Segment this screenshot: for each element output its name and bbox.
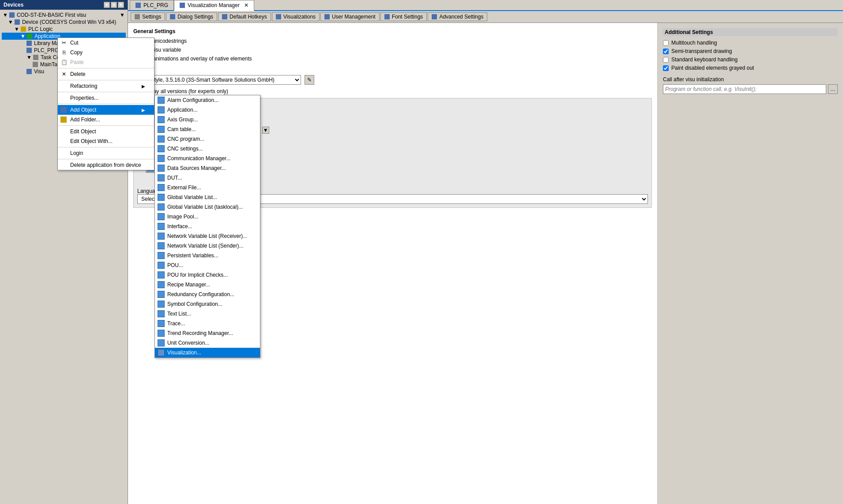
panel-toolbar: Settings Dialog Settings Default Hotkeys… <box>128 11 843 23</box>
sub-datasrc[interactable]: Data Sources Manager... <box>155 163 260 173</box>
sidebar-pin-btn[interactable]: # <box>111 2 117 8</box>
menu-edit-object-with[interactable]: Edit Object With... <box>58 136 154 146</box>
sub-nvlr[interactable]: Network Variable List (Receiver)... <box>155 231 260 241</box>
refactoring-arrow: ▶ <box>142 84 145 89</box>
task-icon <box>33 55 38 60</box>
datasrc-sub-icon <box>158 165 165 172</box>
visu-tree-icon <box>26 69 32 74</box>
textlist-label: Text List... <box>167 311 191 317</box>
style-select[interactable]: Basic style, 3.5.16.0 (3S-Smart Software… <box>133 75 301 85</box>
call-browse-btn[interactable]: … <box>828 84 838 94</box>
sidebar-close-btn[interactable]: ✕ <box>118 2 124 8</box>
multitouch-checkbox[interactable] <box>663 40 669 46</box>
add-folder-label: Add Folder... <box>70 117 100 123</box>
paintdisabled-checkbox[interactable] <box>663 65 669 71</box>
expand-arrow-plclogic: ▼ <box>14 26 19 32</box>
adv-icon <box>432 14 437 19</box>
sub-interface[interactable]: Interface... <box>155 222 260 231</box>
sub-nvls[interactable]: Network Variable List (Sender)... <box>155 241 260 251</box>
sub-trend[interactable]: Trend Recording Manager... <box>155 328 260 338</box>
pouic-sub-icon <box>158 271 165 278</box>
tree-item-plclogic[interactable]: ▼ PLC Logic <box>2 26 126 33</box>
visualizations-btn[interactable]: Visualizations <box>272 12 320 21</box>
tab-plcprg[interactable]: PLC_PRG <box>130 0 174 10</box>
call-input[interactable] <box>663 84 826 94</box>
style-browse-btn[interactable]: ✎ <box>305 75 314 85</box>
call-after-section: Call after visu initialization … <box>663 76 838 94</box>
tree-item-device[interactable]: ▼ Device (CODESYS Control Win V3 x64) <box>2 19 126 26</box>
menu-cut[interactable]: ✂ Cut <box>58 38 154 48</box>
menu-login[interactable]: Login <box>58 148 154 158</box>
sub-pouic[interactable]: POU for Implicit Checks... <box>155 270 260 280</box>
stdkeyboard-label: Standard keyboard handling <box>671 56 738 63</box>
sub-trace[interactable]: Trace... <box>155 319 260 328</box>
menu-copy[interactable]: ⎘ Copy <box>58 48 154 57</box>
application-label: Application... <box>167 107 198 113</box>
display-all-label: Display all versions (for experts only) <box>142 88 228 94</box>
sub-visu[interactable]: Visualization... <box>155 348 260 357</box>
menu-delete[interactable]: ✕ Delete <box>58 69 154 79</box>
dialog-icon <box>170 14 175 19</box>
persist-label: Persistent Variables... <box>167 252 218 259</box>
paintdisabled-row: Paint disabled elements grayed out <box>663 65 838 71</box>
sub-textlist[interactable]: Text List... <box>155 309 260 319</box>
text-sub-icon <box>158 310 165 317</box>
tab-visu-manager[interactable]: Visualization Manager ✕ <box>174 0 254 11</box>
settings-btn[interactable]: Settings <box>131 12 165 21</box>
menu-refactoring[interactable]: Refactoring ▶ <box>58 81 154 91</box>
advanced-settings-btn[interactable]: Advanced Settings <box>428 12 487 21</box>
edit-object-with-label: Edit Object With... <box>70 138 113 144</box>
sep7 <box>58 159 154 159</box>
nvls-sub-icon <box>158 242 165 249</box>
stdkeyboard-row: Standard keyboard handling <box>663 56 838 63</box>
interface-label: Interface... <box>167 223 192 229</box>
sub-unit[interactable]: Unit Conversion... <box>155 338 260 348</box>
sub-cnc[interactable]: CNC program... <box>155 134 260 144</box>
font-icon <box>384 14 390 19</box>
tree-item-project[interactable]: ▼ COD-ST-EN-BASIC First visu ▼ <box>2 11 126 19</box>
font-settings-btn[interactable]: Font Settings <box>380 12 427 21</box>
sub-axis[interactable]: Axis Group... <box>155 115 260 124</box>
general-section-title: General Settings <box>133 28 652 34</box>
stdkeyboard-checkbox[interactable] <box>663 57 669 63</box>
sub-gvl[interactable]: Global Variable List... <box>155 192 260 202</box>
visumanager-close-btn[interactable]: ✕ <box>244 2 248 8</box>
sub-alarm[interactable]: Alarm Configuration... <box>155 95 260 105</box>
menu-add-object[interactable]: Add Object ▶ <box>58 105 154 115</box>
sub-persist[interactable]: Persistent Variables... <box>155 251 260 260</box>
cnc-sub-icon <box>158 135 165 143</box>
sub-pou[interactable]: POU... <box>155 260 260 270</box>
sidebar-dropdown-btn[interactable]: ▼ <box>104 2 110 8</box>
sub-dut[interactable]: DUT... <box>155 173 260 183</box>
sub-sym[interactable]: Symbol Configuration... <box>155 299 260 309</box>
gvlt-sub-icon <box>158 203 165 211</box>
sub-cam[interactable]: Cam table... <box>155 124 260 134</box>
hotkeys-btn[interactable]: Default Hotkeys <box>218 12 271 21</box>
dialog-settings-btn[interactable]: Dialog Settings <box>166 12 217 21</box>
user-mgmt-btn[interactable]: User Management <box>320 12 380 21</box>
expand-arrow-project: ▼ <box>3 12 8 18</box>
sub-recipe[interactable]: Recipe Manager... <box>155 280 260 290</box>
sub-cncs[interactable]: CNC settings... <box>155 144 260 154</box>
sub-comm[interactable]: Communication Manager... <box>155 154 260 163</box>
menu-edit-object[interactable]: Edit Object <box>58 127 154 136</box>
sub-imgpool[interactable]: Image Pool... <box>155 212 260 222</box>
menu-properties[interactable]: Properties... <box>58 93 154 103</box>
semitransparent-checkbox[interactable] <box>663 49 669 54</box>
visu-sub-icon <box>158 349 165 356</box>
sub-application[interactable]: Application... <box>155 105 260 115</box>
multitouch-row: Multitouch handling <box>663 40 838 46</box>
paste-icon: 📋 <box>60 59 68 66</box>
axis-sub-icon <box>158 116 165 123</box>
sub-redund[interactable]: Redundancy Configuration... <box>155 290 260 299</box>
alarm-label: Alarm Configuration... <box>167 97 218 103</box>
plclogic-icon <box>21 26 26 32</box>
context-menu-container: ✂ Cut ⎘ Copy 📋 Paste ✕ Delete Refactorin… <box>57 38 154 170</box>
menu-delete-app[interactable]: Delete application from device <box>58 160 154 170</box>
scroll-btn-down[interactable]: ▼ <box>262 127 269 134</box>
sep4 <box>58 104 154 104</box>
sub-ext[interactable]: External File... <box>155 183 260 192</box>
dut-label: DUT... <box>167 175 182 181</box>
sub-gvlt[interactable]: Global Variable List (tasklocal)... <box>155 202 260 212</box>
menu-add-folder[interactable]: Add Folder... <box>58 115 154 124</box>
